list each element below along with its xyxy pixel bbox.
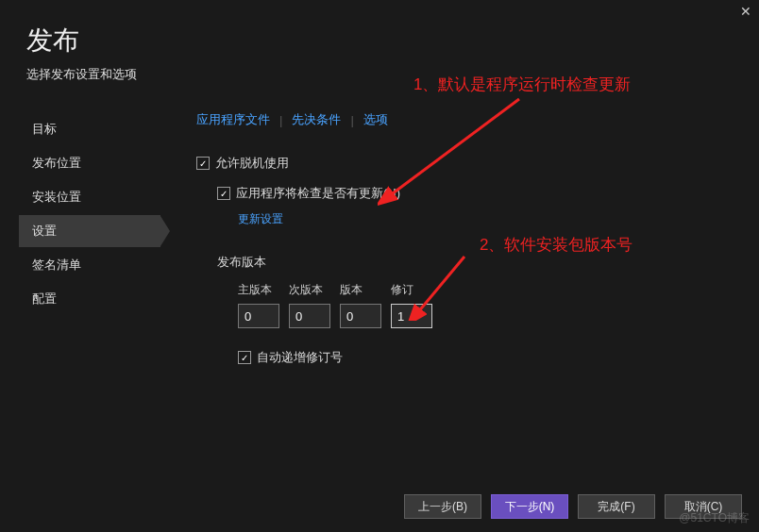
- separator: |: [348, 113, 355, 127]
- major-label: 主版本: [238, 282, 279, 298]
- back-button[interactable]: 上一步(B): [404, 494, 481, 519]
- sidebar-item-settings[interactable]: 设置: [19, 215, 160, 247]
- dialog-header: 发布 选择发布设置和选项: [0, 0, 759, 89]
- allow-offline-label: 允许脱机使用: [215, 155, 289, 172]
- major-version-col: 主版本: [238, 282, 279, 328]
- subnav: 应用程序文件 | 先决条件 | 选项: [196, 111, 740, 128]
- auto-increment-label: 自动递增修订号: [257, 349, 343, 366]
- footer-buttons: 上一步(B) 下一步(N) 完成(F) 取消(C): [404, 494, 742, 519]
- finish-button[interactable]: 完成(F): [578, 494, 655, 519]
- auto-increment-row: ✓ 自动递增修订号: [238, 349, 740, 366]
- revision-label: 修订: [391, 282, 432, 298]
- revision-input[interactable]: [391, 304, 432, 328]
- build-label: 版本: [340, 282, 381, 298]
- check-updates-label: 应用程序将检查是否有更新(H): [236, 185, 400, 202]
- cancel-button[interactable]: 取消(C): [665, 494, 742, 519]
- allow-offline-checkbox[interactable]: ✓: [196, 157, 210, 170]
- minor-input[interactable]: [289, 304, 330, 328]
- minor-label: 次版本: [289, 282, 330, 298]
- page-title: 发布: [26, 23, 733, 58]
- subnav-prerequisites[interactable]: 先决条件: [292, 111, 341, 128]
- sidebar-item-publish-location[interactable]: 发布位置: [19, 147, 160, 179]
- separator: |: [278, 113, 284, 127]
- build-version-col: 版本: [340, 282, 381, 328]
- next-button[interactable]: 下一步(N): [491, 494, 568, 519]
- sidebar-item-config[interactable]: 配置: [19, 283, 160, 315]
- allow-offline-row: ✓ 允许脱机使用: [196, 155, 740, 172]
- subnav-app-files[interactable]: 应用程序文件: [196, 111, 270, 128]
- minor-version-col: 次版本: [289, 282, 330, 328]
- publish-version-label: 发布版本: [217, 254, 740, 271]
- page-subtitle: 选择发布设置和选项: [26, 66, 733, 83]
- sidebar: 目标 发布位置 安装位置 设置 签名清单 配置: [0, 111, 160, 374]
- build-input[interactable]: [340, 304, 381, 328]
- auto-increment-checkbox[interactable]: ✓: [238, 351, 251, 364]
- revision-version-col: 修订: [391, 282, 432, 328]
- sidebar-item-install-location[interactable]: 安装位置: [19, 181, 160, 213]
- check-updates-checkbox[interactable]: ✓: [217, 187, 230, 200]
- check-updates-row: ✓ 应用程序将检查是否有更新(H): [217, 185, 740, 202]
- sidebar-item-signature[interactable]: 签名清单: [19, 249, 160, 281]
- subnav-options[interactable]: 选项: [363, 111, 388, 128]
- update-settings-link[interactable]: 更新设置: [238, 211, 283, 227]
- main-panel: 应用程序文件 | 先决条件 | 选项 ✓ 允许脱机使用 ✓ 应用程序将检查是否有…: [160, 111, 759, 374]
- sidebar-item-target[interactable]: 目标: [19, 113, 160, 145]
- version-row: 主版本 次版本 版本 修订: [238, 282, 740, 328]
- major-input[interactable]: [238, 304, 279, 328]
- close-icon[interactable]: ✕: [740, 4, 751, 19]
